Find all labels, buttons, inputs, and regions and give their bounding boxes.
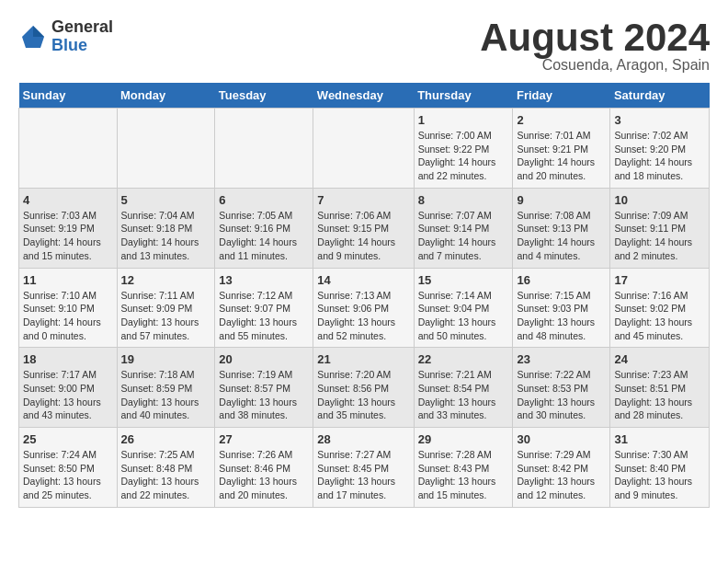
day-number: 24 [614, 352, 705, 366]
calendar-cell: 19Sunrise: 7:18 AM Sunset: 8:59 PM Dayli… [117, 348, 215, 428]
calendar-cell: 13Sunrise: 7:12 AM Sunset: 9:07 PM Dayli… [215, 268, 313, 348]
day-number: 23 [517, 352, 606, 366]
calendar-cell: 9Sunrise: 7:08 AM Sunset: 9:13 PM Daylig… [513, 188, 610, 268]
calendar-cell: 22Sunrise: 7:21 AM Sunset: 8:54 PM Dayli… [414, 348, 513, 428]
calendar-cell: 11Sunrise: 7:10 AM Sunset: 9:10 PM Dayli… [19, 268, 118, 348]
calendar-cell: 23Sunrise: 7:22 AM Sunset: 8:53 PM Dayli… [513, 348, 610, 428]
day-info: Sunrise: 7:03 AM Sunset: 9:19 PM Dayligh… [23, 209, 113, 263]
calendar-cell [19, 109, 118, 189]
day-info: Sunrise: 7:24 AM Sunset: 8:50 PM Dayligh… [23, 448, 113, 502]
day-number: 19 [121, 352, 211, 366]
day-number: 1 [418, 113, 509, 127]
day-info: Sunrise: 7:00 AM Sunset: 9:22 PM Dayligh… [418, 129, 509, 183]
day-info: Sunrise: 7:15 AM Sunset: 9:03 PM Dayligh… [517, 289, 606, 343]
calendar-cell [117, 109, 215, 189]
calendar-cell: 25Sunrise: 7:24 AM Sunset: 8:50 PM Dayli… [19, 428, 118, 508]
day-info: Sunrise: 7:06 AM Sunset: 9:15 PM Dayligh… [317, 209, 409, 263]
day-number: 4 [23, 193, 113, 207]
calendar-cell: 26Sunrise: 7:25 AM Sunset: 8:48 PM Dayli… [117, 428, 215, 508]
page-title: August 2024 [480, 18, 710, 57]
day-number: 13 [219, 273, 309, 287]
calendar-cell: 20Sunrise: 7:19 AM Sunset: 8:57 PM Dayli… [215, 348, 313, 428]
day-info: Sunrise: 7:18 AM Sunset: 8:59 PM Dayligh… [121, 368, 211, 422]
day-number: 11 [23, 273, 113, 287]
day-number: 27 [219, 432, 309, 446]
calendar-cell: 27Sunrise: 7:26 AM Sunset: 8:46 PM Dayli… [215, 428, 313, 508]
day-info: Sunrise: 7:28 AM Sunset: 8:43 PM Dayligh… [418, 448, 509, 502]
day-number: 26 [121, 432, 211, 446]
calendar-cell: 31Sunrise: 7:30 AM Sunset: 8:40 PM Dayli… [610, 428, 710, 508]
day-number: 15 [418, 273, 509, 287]
day-info: Sunrise: 7:09 AM Sunset: 9:11 PM Dayligh… [614, 209, 705, 263]
day-number: 2 [517, 113, 606, 127]
day-info: Sunrise: 7:10 AM Sunset: 9:10 PM Dayligh… [23, 289, 113, 343]
calendar-header: SundayMondayTuesdayWednesdayThursdayFrid… [19, 83, 710, 109]
svg-marker-1 [33, 26, 44, 37]
calendar-cell: 7Sunrise: 7:06 AM Sunset: 9:15 PM Daylig… [313, 188, 414, 268]
day-info: Sunrise: 7:19 AM Sunset: 8:57 PM Dayligh… [219, 368, 309, 422]
header-monday: Monday [117, 83, 215, 109]
day-info: Sunrise: 7:26 AM Sunset: 8:46 PM Dayligh… [219, 448, 309, 502]
day-number: 10 [614, 193, 705, 207]
header-thursday: Thursday [414, 83, 513, 109]
day-number: 16 [517, 273, 606, 287]
week-row-2: 4Sunrise: 7:03 AM Sunset: 9:19 PM Daylig… [19, 188, 710, 268]
page-subtitle: Cosuenda, Aragon, Spain [480, 57, 710, 74]
logo-blue-text: Blue [51, 36, 87, 54]
day-info: Sunrise: 7:07 AM Sunset: 9:14 PM Dayligh… [418, 209, 509, 263]
day-number: 12 [121, 273, 211, 287]
calendar-cell: 17Sunrise: 7:16 AM Sunset: 9:02 PM Dayli… [610, 268, 710, 348]
calendar-cell: 5Sunrise: 7:04 AM Sunset: 9:18 PM Daylig… [117, 188, 215, 268]
page-header: General Blue August 2024 Cosuenda, Arago… [18, 18, 710, 74]
day-info: Sunrise: 7:12 AM Sunset: 9:07 PM Dayligh… [219, 289, 309, 343]
day-info: Sunrise: 7:02 AM Sunset: 9:20 PM Dayligh… [614, 129, 705, 183]
header-tuesday: Tuesday [215, 83, 313, 109]
day-info: Sunrise: 7:21 AM Sunset: 8:54 PM Dayligh… [418, 368, 509, 422]
calendar-cell: 30Sunrise: 7:29 AM Sunset: 8:42 PM Dayli… [513, 428, 610, 508]
day-number: 3 [614, 113, 705, 127]
day-info: Sunrise: 7:11 AM Sunset: 9:09 PM Dayligh… [121, 289, 211, 343]
calendar-cell [313, 109, 414, 189]
day-info: Sunrise: 7:27 AM Sunset: 8:45 PM Dayligh… [317, 448, 409, 502]
day-info: Sunrise: 7:20 AM Sunset: 8:56 PM Dayligh… [317, 368, 409, 422]
calendar-cell: 29Sunrise: 7:28 AM Sunset: 8:43 PM Dayli… [414, 428, 513, 508]
calendar-cell: 21Sunrise: 7:20 AM Sunset: 8:56 PM Dayli… [313, 348, 414, 428]
logo-icon [18, 22, 48, 52]
day-number: 5 [121, 193, 211, 207]
header-saturday: Saturday [610, 83, 710, 109]
calendar-cell: 8Sunrise: 7:07 AM Sunset: 9:14 PM Daylig… [414, 188, 513, 268]
week-row-1: 1Sunrise: 7:00 AM Sunset: 9:22 PM Daylig… [19, 109, 710, 189]
calendar-cell: 1Sunrise: 7:00 AM Sunset: 9:22 PM Daylig… [414, 109, 513, 189]
calendar-cell: 6Sunrise: 7:05 AM Sunset: 9:16 PM Daylig… [215, 188, 313, 268]
calendar-cell: 4Sunrise: 7:03 AM Sunset: 9:19 PM Daylig… [19, 188, 118, 268]
week-row-5: 25Sunrise: 7:24 AM Sunset: 8:50 PM Dayli… [19, 428, 710, 508]
day-info: Sunrise: 7:23 AM Sunset: 8:51 PM Dayligh… [614, 368, 705, 422]
day-info: Sunrise: 7:17 AM Sunset: 9:00 PM Dayligh… [23, 368, 113, 422]
day-info: Sunrise: 7:13 AM Sunset: 9:06 PM Dayligh… [317, 289, 409, 343]
day-info: Sunrise: 7:29 AM Sunset: 8:42 PM Dayligh… [517, 448, 606, 502]
day-info: Sunrise: 7:14 AM Sunset: 9:04 PM Dayligh… [418, 289, 509, 343]
calendar-table: SundayMondayTuesdayWednesdayThursdayFrid… [18, 83, 710, 508]
day-info: Sunrise: 7:16 AM Sunset: 9:02 PM Dayligh… [614, 289, 705, 343]
calendar-cell: 18Sunrise: 7:17 AM Sunset: 9:00 PM Dayli… [19, 348, 118, 428]
calendar-cell: 10Sunrise: 7:09 AM Sunset: 9:11 PM Dayli… [610, 188, 710, 268]
week-row-3: 11Sunrise: 7:10 AM Sunset: 9:10 PM Dayli… [19, 268, 710, 348]
logo: General Blue [18, 18, 113, 55]
calendar-cell: 12Sunrise: 7:11 AM Sunset: 9:09 PM Dayli… [117, 268, 215, 348]
week-row-4: 18Sunrise: 7:17 AM Sunset: 9:00 PM Dayli… [19, 348, 710, 428]
day-info: Sunrise: 7:22 AM Sunset: 8:53 PM Dayligh… [517, 368, 606, 422]
calendar-cell [215, 109, 313, 189]
day-number: 18 [23, 352, 113, 366]
day-number: 22 [418, 352, 509, 366]
logo-general-text: General [51, 17, 113, 36]
day-info: Sunrise: 7:05 AM Sunset: 9:16 PM Dayligh… [219, 209, 309, 263]
day-number: 9 [517, 193, 606, 207]
day-number: 17 [614, 273, 705, 287]
day-number: 31 [614, 432, 705, 446]
day-number: 28 [317, 432, 409, 446]
day-number: 30 [517, 432, 606, 446]
day-number: 29 [418, 432, 509, 446]
day-number: 25 [23, 432, 113, 446]
day-number: 8 [418, 193, 509, 207]
day-number: 20 [219, 352, 309, 366]
